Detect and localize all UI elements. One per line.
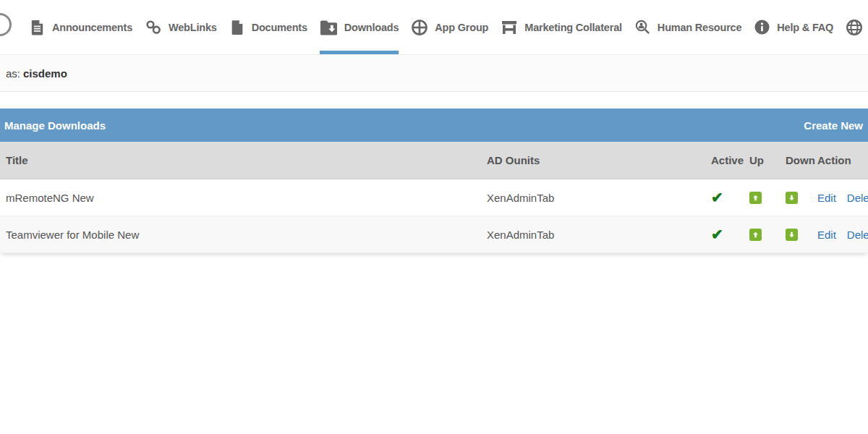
column-header-adounits: AD Ounits [481, 154, 705, 166]
arrow-up-icon [752, 231, 760, 239]
arrow-down-icon [788, 231, 796, 239]
row-adounits: XenAdminTab [481, 192, 705, 204]
logged-in-prefix: as: [6, 67, 20, 80]
folder-download-icon [320, 20, 338, 35]
nav-item-downloads[interactable]: Downloads [320, 0, 399, 55]
nav-item-announcements[interactable]: Announcements [29, 0, 132, 55]
spacer [0, 92, 868, 109]
panel-header-bar: Manage Downloads Create New [0, 109, 868, 142]
row-title: Teamviewer for Mobile New [0, 229, 481, 241]
arrow-up-icon [752, 194, 760, 202]
active-check-icon[interactable]: ✔ [711, 226, 723, 242]
active-check-icon[interactable]: ✔ [711, 190, 723, 205]
nav-item-human-resource[interactable]: Human Resource [634, 0, 741, 55]
delete-link[interactable]: Delete [847, 192, 868, 204]
arrow-down-icon [788, 194, 796, 202]
column-header-active: Active [705, 154, 744, 166]
edit-link[interactable]: Edit [817, 229, 836, 241]
table-header-row: Title AD Ounits Active Up Down Action [0, 142, 868, 179]
nav-item-app-group[interactable]: App Group [411, 0, 488, 55]
nav-item-help-faq[interactable]: Help & FAQ [754, 0, 833, 55]
row-title: mRemoteNG New [0, 192, 481, 204]
nav-label: WebLinks [169, 22, 217, 33]
table-row: Teamviewer for Mobile New XenAdminTab ✔ … [0, 216, 868, 253]
top-navigation: Announcements WebLinks Documents Downloa… [0, 0, 868, 55]
circle-grid-icon [411, 19, 428, 36]
logged-in-username: cisdemo [23, 67, 67, 80]
column-header-action: Action [812, 154, 868, 166]
logged-in-bar: n as:cisdemo [0, 55, 868, 92]
column-header-up: Up [744, 154, 780, 166]
nav-item-about-site[interactable]: About Site [846, 0, 868, 55]
nav-item-documents[interactable]: Documents [229, 0, 307, 55]
move-down-button[interactable] [786, 229, 798, 241]
nav-label: Help & FAQ [777, 22, 833, 33]
person-search-icon [634, 19, 651, 35]
announcements-doc-icon [29, 19, 46, 35]
move-down-button[interactable] [786, 192, 798, 204]
chain-link-icon [145, 19, 162, 36]
file-icon [229, 19, 245, 35]
clipped-logo-icon [0, 13, 12, 36]
nav-item-marketing-collateral[interactable]: Marketing Collateral [501, 0, 622, 55]
column-header-title: Title [0, 154, 481, 166]
delete-link[interactable]: Delete [847, 229, 868, 241]
logged-in-text: as:cisdemo [0, 67, 67, 80]
globe-icon [846, 19, 863, 36]
move-up-button[interactable] [749, 192, 762, 204]
nav-label: Downloads [344, 22, 399, 33]
panel-title: Manage Downloads [4, 119, 106, 132]
nav-item-weblinks[interactable]: WebLinks [145, 0, 217, 55]
nav-label: App Group [435, 22, 488, 33]
row-adounits: XenAdminTab [481, 229, 705, 241]
nav-label: Human Resource [658, 22, 741, 33]
nav-label: Announcements [52, 22, 132, 33]
nav-label: Marketing Collateral [524, 22, 622, 33]
create-new-button[interactable]: Create New [804, 119, 863, 132]
edit-link[interactable]: Edit [817, 192, 836, 204]
column-header-down: Down [780, 154, 812, 166]
table-row: mRemoteNG New XenAdminTab ✔ Edit Delete [0, 179, 868, 216]
info-icon [754, 19, 770, 35]
manage-downloads-panel: Manage Downloads Create New Title AD Oun… [0, 109, 868, 253]
storefront-icon [501, 20, 518, 35]
nav-label: Documents [252, 22, 307, 33]
move-up-button[interactable] [749, 229, 762, 241]
